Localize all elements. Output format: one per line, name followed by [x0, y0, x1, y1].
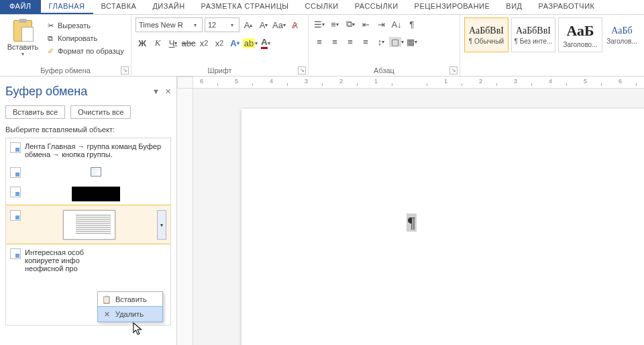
clip-dropdown-button[interactable]: ▾	[157, 210, 166, 240]
tab-developer[interactable]: РАЗРАБОТЧИК	[531, 0, 603, 14]
clip-type-icon	[10, 210, 21, 221]
clipboard-item[interactable]: Интересная особ копируете инфо неофисной…	[6, 244, 170, 277]
format-painter-label: Формат по образцу	[58, 47, 124, 55]
bold-button[interactable]: Ж	[136, 36, 149, 50]
style-name: ¶ Без инте...	[515, 38, 553, 45]
group-font-launcher[interactable]: ↘	[298, 66, 306, 75]
font-size-value: 12	[208, 21, 228, 29]
decrease-indent-button[interactable]: ⇤	[359, 17, 372, 31]
superscript-button[interactable]: x2	[213, 36, 226, 50]
align-right-button[interactable]: ≡	[343, 35, 357, 48]
vertical-ruler[interactable]	[177, 89, 193, 345]
pane-title: Буфер обмена	[5, 85, 87, 99]
font-name-select[interactable]: Times New R ▾	[136, 17, 203, 32]
style-heading2[interactable]: АаБб Заголов...	[605, 17, 639, 52]
paste-button[interactable]: Вставить ▾	[4, 17, 42, 63]
underline-button[interactable]: Ч▾	[166, 36, 180, 50]
ruler-corner	[177, 77, 193, 89]
style-name: Заголово...	[564, 41, 598, 48]
clip-thumb-image	[72, 187, 120, 201]
clear-formatting-button[interactable]: A̷	[288, 18, 301, 32]
clipboard-item[interactable]	[6, 182, 170, 205]
font-color-button[interactable]: A▾	[259, 36, 272, 50]
document-page[interactable]: ¶	[241, 109, 644, 345]
align-center-button[interactable]: ≡	[328, 35, 341, 48]
group-paragraph-launcher[interactable]: ↘	[449, 66, 458, 75]
format-painter-button[interactable]: ✐ Формат по образцу	[44, 46, 125, 56]
grow-font-button[interactable]: A▴	[241, 18, 255, 32]
clip-type-icon	[10, 248, 21, 259]
pane-options-icon[interactable]: ▼	[152, 87, 160, 96]
multilevel-list-button[interactable]: ⧉▾	[343, 17, 357, 31]
tab-design[interactable]: ДИЗАЙН	[144, 0, 193, 14]
horizontal-ruler[interactable]: 654321123456	[193, 77, 644, 89]
pane-close-icon[interactable]: ✕	[165, 87, 171, 96]
tab-references[interactable]: ССЫЛКИ	[297, 0, 347, 14]
scissors-icon: ✂	[46, 21, 55, 30]
context-menu: 📋 Вставить ✕ Удалить	[97, 291, 163, 322]
group-font-title: Шрифт	[131, 66, 308, 75]
subscript-button[interactable]: x2	[197, 36, 211, 50]
clip-type-icon	[10, 142, 21, 153]
justify-button[interactable]: ≡	[359, 35, 372, 48]
borders-button[interactable]: ▦▾	[405, 35, 419, 48]
group-clipboard-launcher[interactable]: ↘	[121, 66, 129, 75]
increase-indent-button[interactable]: ⇥	[374, 17, 388, 31]
text-effects-button[interactable]: A▾	[228, 36, 241, 50]
context-delete[interactable]: ✕ Удалить	[98, 307, 162, 322]
bullets-button[interactable]: ☰▾	[313, 17, 326, 31]
group-clipboard: Вставить ▾ ✂ Вырезать ⧉ Копировать ✐ Фор…	[0, 15, 131, 76]
group-clipboard-title: Буфер обмена	[0, 66, 131, 75]
document-area: 654321123456 ¶	[177, 77, 644, 345]
align-left-button[interactable]: ≡	[313, 35, 326, 48]
context-paste-label: Вставить	[115, 295, 147, 303]
tab-view[interactable]: ВИД	[498, 0, 530, 14]
group-styles: АаБбВвI ¶ Обычный АаБбВвI ¶ Без инте... …	[460, 15, 644, 76]
clipboard-item[interactable]	[6, 162, 170, 182]
show-marks-button[interactable]: ¶	[405, 17, 419, 31]
highlight-button[interactable]: ab▾	[244, 36, 257, 50]
paste-all-button[interactable]: Вставить все	[5, 105, 65, 119]
line-spacing-button[interactable]: ↕▾	[374, 35, 388, 48]
style-sample: АаБб	[611, 26, 632, 36]
shading-button[interactable]: ▢▾	[390, 35, 403, 48]
group-font: Times New R ▾ 12 ▾ A▴ A▾ Aa▾ A̷ Ж К Ч▾ a…	[131, 15, 309, 76]
italic-button[interactable]: К	[151, 36, 164, 50]
style-normal[interactable]: АаБбВвI ¶ Обычный	[464, 17, 508, 52]
cut-label: Вырезать	[58, 21, 91, 30]
style-heading1[interactable]: АаБ Заголово...	[558, 17, 602, 52]
clipboard-item-selected[interactable]: ▾	[6, 205, 170, 244]
tab-page-layout[interactable]: РАЗМЕТКА СТРАНИЦЫ	[193, 0, 297, 14]
paste-label: Вставить	[7, 43, 39, 51]
sort-button[interactable]: A↓	[390, 17, 403, 31]
clip-thumb-image	[91, 167, 101, 177]
clipboard-icon	[13, 19, 32, 42]
numbering-button[interactable]: ≡▾	[328, 17, 341, 31]
tab-review[interactable]: РЕЦЕНЗИРОВАНИЕ	[407, 0, 498, 14]
copy-icon: ⧉	[46, 34, 55, 43]
copy-button[interactable]: ⧉ Копировать	[44, 33, 125, 44]
context-paste[interactable]: 📋 Вставить	[98, 292, 162, 307]
cut-button[interactable]: ✂ Вырезать	[44, 20, 125, 31]
tab-file[interactable]: ФАЙЛ	[0, 0, 41, 14]
tab-mailings[interactable]: РАССЫЛКИ	[347, 0, 407, 14]
clip-type-icon	[10, 187, 21, 197]
copy-label: Копировать	[58, 34, 97, 42]
change-case-button[interactable]: Aa▾	[272, 18, 286, 32]
chevron-down-icon: ▾	[191, 22, 199, 28]
tab-home[interactable]: ГЛАВНАЯ	[41, 0, 93, 14]
delete-icon: ✕	[102, 309, 111, 319]
tab-insert[interactable]: ВСТАВКА	[93, 0, 145, 14]
style-sample: АаБ	[566, 22, 594, 40]
style-no-spacing[interactable]: АаБбВвI ¶ Без инте...	[511, 17, 555, 52]
paste-icon: 📋	[102, 295, 111, 304]
group-paragraph: ☰▾ ≡▾ ⧉▾ ⇤ ⇥ A↓ ¶ ≡ ≡ ≡ ≡ ↕▾ ▢▾ ▦▾ Абзац…	[309, 15, 460, 76]
clear-all-button[interactable]: Очистить все	[70, 105, 131, 119]
font-size-select[interactable]: 12 ▾	[205, 17, 239, 32]
group-paragraph-title: Абзац	[309, 66, 460, 75]
style-sample: АаБбВвI	[516, 26, 551, 36]
strikethrough-button[interactable]: abc	[182, 36, 195, 50]
shrink-font-button[interactable]: A▾	[257, 18, 270, 32]
clipboard-item[interactable]: Лента Главная → группа команд Буфер обме…	[6, 138, 170, 162]
style-name: Заголов...	[606, 38, 637, 45]
